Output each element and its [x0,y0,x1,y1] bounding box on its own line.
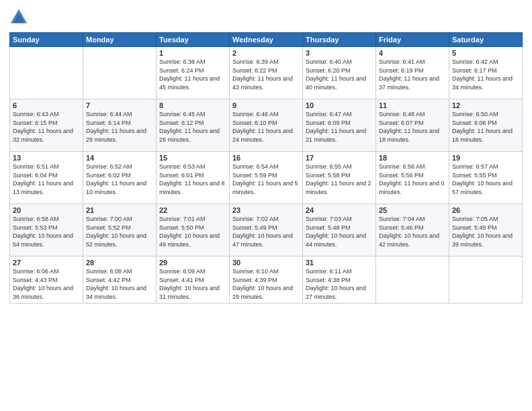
calendar-cell: 7Sunrise: 6:44 AMSunset: 6:14 PMDaylight… [83,99,157,152]
calendar-cell [10,47,83,99]
day-number: 9 [232,101,300,109]
day-number: 1 [159,49,226,57]
day-info: Sunrise: 6:54 AMSunset: 5:59 PMDaylight:… [232,163,300,196]
day-number: 18 [379,154,446,162]
day-info: Sunrise: 6:38 AMSunset: 6:24 PMDaylight:… [159,58,226,91]
day-number: 24 [306,206,373,214]
day-info: Sunrise: 6:44 AMSunset: 6:14 PMDaylight:… [86,110,153,144]
week-row-4: 20Sunrise: 6:58 AMSunset: 5:53 PMDayligh… [10,204,523,257]
calendar-cell: 9Sunrise: 6:46 AMSunset: 6:10 PMDaylight… [230,99,303,152]
day-info: Sunrise: 7:01 AMSunset: 5:50 PMDaylight:… [159,215,226,248]
weekday-header-wednesday: Wednesday [230,33,303,47]
calendar-cell: 13Sunrise: 6:51 AMSunset: 6:04 PMDayligh… [10,152,83,204]
calendar-container: SundayMondayTuesdayWednesdayThursdayFrid… [0,0,532,309]
day-number: 17 [306,154,373,162]
day-info: Sunrise: 6:48 AMSunset: 6:07 PMDaylight:… [379,110,446,144]
calendar-cell: 21Sunrise: 7:00 AMSunset: 5:52 PMDayligh… [83,204,157,257]
day-info: Sunrise: 6:11 AMSunset: 4:38 PMDaylight:… [306,267,373,301]
calendar-cell: 1Sunrise: 6:38 AMSunset: 6:24 PMDaylight… [157,47,230,99]
logo [9,8,30,27]
day-info: Sunrise: 6:10 AMSunset: 4:39 PMDaylight:… [232,267,300,301]
weekday-header-friday: Friday [376,33,449,47]
calendar-cell: 12Sunrise: 6:50 AMSunset: 6:06 PMDayligh… [449,99,523,152]
calendar-cell: 5Sunrise: 6:42 AMSunset: 6:17 PMDaylight… [449,47,523,99]
day-number: 15 [159,154,226,162]
day-number: 30 [232,259,300,267]
day-info: Sunrise: 7:04 AMSunset: 5:46 PMDaylight:… [379,215,446,248]
calendar-cell: 10Sunrise: 6:47 AMSunset: 6:09 PMDayligh… [303,99,376,152]
day-info: Sunrise: 6:47 AMSunset: 6:09 PMDaylight:… [306,110,373,144]
day-info: Sunrise: 7:02 AMSunset: 5:49 PMDaylight:… [232,215,300,248]
weekday-header-tuesday: Tuesday [157,33,230,47]
calendar-cell: 11Sunrise: 6:48 AMSunset: 6:07 PMDayligh… [376,99,449,152]
day-info: Sunrise: 6:41 AMSunset: 6:19 PMDaylight:… [379,58,446,91]
day-number: 12 [452,101,519,109]
week-row-1: 1Sunrise: 6:38 AMSunset: 6:24 PMDaylight… [10,47,523,99]
day-info: Sunrise: 6:45 AMSunset: 6:12 PMDaylight:… [159,110,226,144]
day-info: Sunrise: 6:46 AMSunset: 6:10 PMDaylight:… [232,110,300,144]
calendar-cell: 6Sunrise: 6:43 AMSunset: 6:15 PMDaylight… [10,99,83,152]
day-info: Sunrise: 6:53 AMSunset: 6:01 PMDaylight:… [159,163,226,196]
day-number: 13 [13,154,80,162]
day-info: Sunrise: 6:09 AMSunset: 4:41 PMDaylight:… [159,267,226,301]
day-number: 10 [306,101,373,109]
day-info: Sunrise: 6:56 AMSunset: 5:56 PMDaylight:… [379,163,446,196]
calendar-cell [449,257,523,304]
logo-icon [9,8,28,27]
calendar-cell: 25Sunrise: 7:04 AMSunset: 5:46 PMDayligh… [376,204,449,257]
calendar-cell: 4Sunrise: 6:41 AMSunset: 6:19 PMDaylight… [376,47,449,99]
calendar-cell: 8Sunrise: 6:45 AMSunset: 6:12 PMDaylight… [157,99,230,152]
calendar-cell [83,47,157,99]
day-number: 21 [86,206,153,214]
day-number: 5 [452,49,519,57]
calendar-cell: 22Sunrise: 7:01 AMSunset: 5:50 PMDayligh… [157,204,230,257]
day-number: 25 [379,206,446,214]
weekday-header-saturday: Saturday [449,33,523,47]
day-info: Sunrise: 6:52 AMSunset: 6:02 PMDaylight:… [86,163,153,196]
day-number: 16 [232,154,300,162]
week-row-3: 13Sunrise: 6:51 AMSunset: 6:04 PMDayligh… [10,152,523,204]
day-info: Sunrise: 6:08 AMSunset: 4:42 PMDaylight:… [86,267,153,301]
calendar-cell: 3Sunrise: 6:40 AMSunset: 6:20 PMDaylight… [303,47,376,99]
day-info: Sunrise: 6:51 AMSunset: 6:04 PMDaylight:… [13,163,80,196]
weekday-header-sunday: Sunday [10,33,83,47]
calendar-cell: 30Sunrise: 6:10 AMSunset: 4:39 PMDayligh… [230,257,303,304]
day-info: Sunrise: 7:00 AMSunset: 5:52 PMDaylight:… [86,215,153,248]
weekday-header-thursday: Thursday [303,33,376,47]
calendar-cell [376,257,449,304]
calendar-cell: 26Sunrise: 7:05 AMSunset: 5:45 PMDayligh… [449,204,523,257]
calendar-cell: 27Sunrise: 6:06 AMSunset: 4:43 PMDayligh… [10,257,83,304]
week-row-2: 6Sunrise: 6:43 AMSunset: 6:15 PMDaylight… [10,99,523,152]
calendar-cell: 19Sunrise: 6:57 AMSunset: 5:55 PMDayligh… [449,152,523,204]
weekday-header-monday: Monday [83,33,157,47]
day-info: Sunrise: 7:05 AMSunset: 5:45 PMDaylight:… [452,215,519,248]
calendar-cell: 24Sunrise: 7:03 AMSunset: 5:48 PMDayligh… [303,204,376,257]
calendar-cell: 31Sunrise: 6:11 AMSunset: 4:38 PMDayligh… [303,257,376,304]
day-number: 27 [13,259,80,267]
day-info: Sunrise: 6:50 AMSunset: 6:06 PMDaylight:… [452,110,519,144]
calendar-cell: 20Sunrise: 6:58 AMSunset: 5:53 PMDayligh… [10,204,83,257]
day-number: 31 [306,259,373,267]
calendar-cell: 18Sunrise: 6:56 AMSunset: 5:56 PMDayligh… [376,152,449,204]
calendar-cell: 23Sunrise: 7:02 AMSunset: 5:49 PMDayligh… [230,204,303,257]
day-info: Sunrise: 6:58 AMSunset: 5:53 PMDaylight:… [13,215,80,248]
calendar-cell: 15Sunrise: 6:53 AMSunset: 6:01 PMDayligh… [157,152,230,204]
calendar-cell: 14Sunrise: 6:52 AMSunset: 6:02 PMDayligh… [83,152,157,204]
day-number: 8 [159,101,226,109]
day-number: 6 [13,101,80,109]
day-number: 14 [86,154,153,162]
calendar-table: SundayMondayTuesdayWednesdayThursdayFrid… [9,32,523,304]
day-info: Sunrise: 6:39 AMSunset: 6:22 PMDaylight:… [232,58,300,91]
day-number: 20 [13,206,80,214]
day-number: 23 [232,206,300,214]
day-info: Sunrise: 7:03 AMSunset: 5:48 PMDaylight:… [306,215,373,248]
day-number: 22 [159,206,226,214]
day-number: 26 [452,206,519,214]
calendar-cell: 17Sunrise: 6:55 AMSunset: 5:58 PMDayligh… [303,152,376,204]
calendar-cell: 28Sunrise: 6:08 AMSunset: 4:42 PMDayligh… [83,257,157,304]
day-number: 28 [86,259,153,267]
day-number: 11 [379,101,446,109]
day-info: Sunrise: 6:43 AMSunset: 6:15 PMDaylight:… [13,110,80,144]
calendar-cell: 2Sunrise: 6:39 AMSunset: 6:22 PMDaylight… [230,47,303,99]
day-number: 2 [232,49,300,57]
